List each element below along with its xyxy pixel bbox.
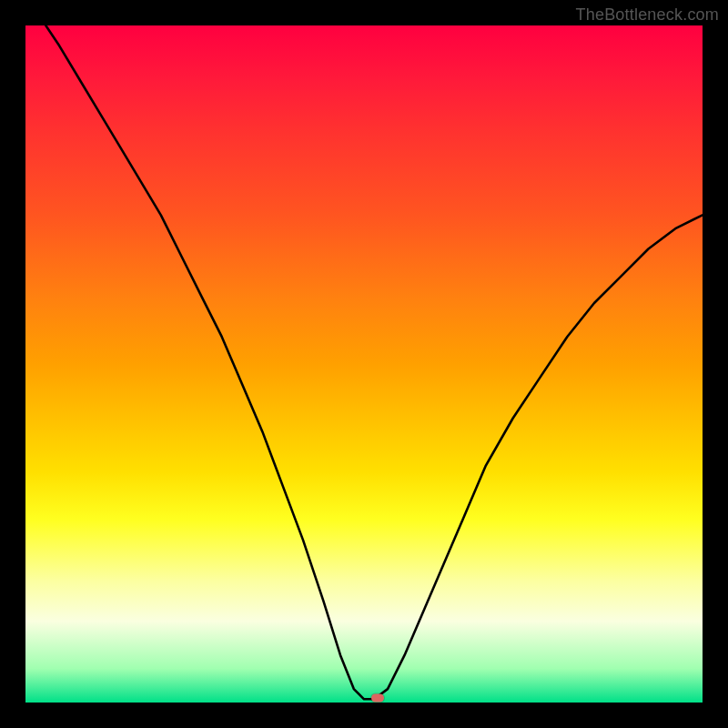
- bottleneck-curve: [25, 25, 703, 703]
- site-badge: TheBottleneck.com: [576, 5, 719, 25]
- chart-plot-area: [25, 25, 703, 703]
- optimum-marker: [371, 693, 384, 702]
